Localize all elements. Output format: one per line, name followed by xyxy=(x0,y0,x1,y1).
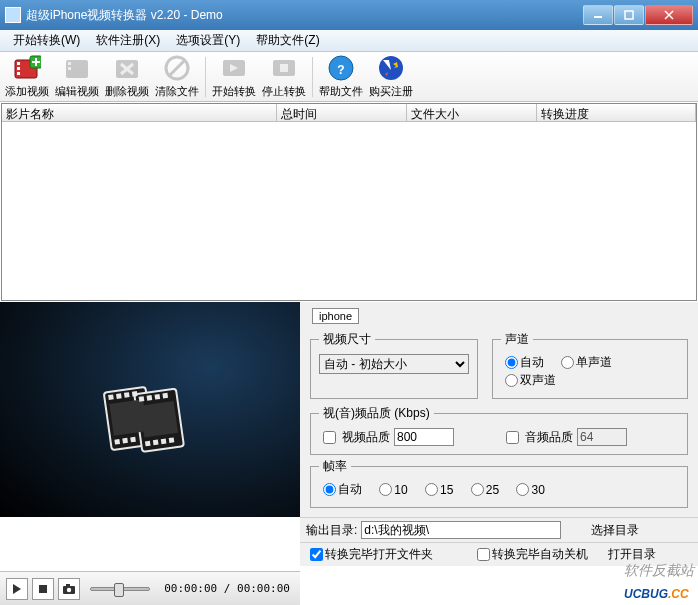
menu-start[interactable]: 开始转换(W) xyxy=(5,30,88,51)
help-icon: ? xyxy=(327,54,355,82)
file-list: 影片名称 总时间 文件大小 转换进度 xyxy=(1,103,697,301)
fps-auto-label: 自动 xyxy=(338,481,362,498)
col-progress[interactable]: 转换进度 xyxy=(537,104,696,121)
open-dir-label[interactable]: 打开目录 xyxy=(608,546,656,563)
channel-legend: 声道 xyxy=(501,331,533,348)
add-video-icon xyxy=(13,54,41,82)
channel-auto-label: 自动 xyxy=(520,354,544,371)
fps-15-radio[interactable] xyxy=(425,483,438,496)
timecode: 00:00:00 / 00:00:00 xyxy=(164,582,290,595)
menu-help[interactable]: 帮助文件(Z) xyxy=(248,30,327,51)
menubar: 开始转换(W) 软件注册(X) 选项设置(Y) 帮助文件(Z) xyxy=(0,30,698,52)
svg-rect-7 xyxy=(17,72,20,75)
output-label: 输出目录: xyxy=(306,522,357,539)
play-button[interactable] xyxy=(6,578,28,600)
open-folder-check[interactable] xyxy=(310,548,323,561)
add-video-button[interactable]: 添加视频 xyxy=(2,54,52,100)
svg-rect-45 xyxy=(153,440,159,446)
svg-rect-22 xyxy=(280,64,288,72)
toolbar-separator xyxy=(312,57,313,97)
edit-video-button[interactable]: 编辑视频 xyxy=(52,54,102,100)
svg-rect-5 xyxy=(17,62,20,65)
tab-iphone[interactable]: iphone xyxy=(312,308,359,324)
svg-rect-32 xyxy=(140,401,178,437)
browse-label[interactable]: 选择目录 xyxy=(591,522,639,539)
col-size[interactable]: 文件大小 xyxy=(407,104,537,121)
svg-rect-46 xyxy=(161,439,167,445)
fps-25-label: 25 xyxy=(486,483,499,497)
start-convert-label: 开始转换 xyxy=(212,84,256,99)
stop-convert-button[interactable]: 停止转换 xyxy=(259,54,309,100)
svg-rect-43 xyxy=(162,393,168,399)
svg-marker-48 xyxy=(13,584,21,594)
svg-rect-1 xyxy=(625,11,633,19)
channel-auto-radio[interactable] xyxy=(505,356,518,369)
svg-rect-42 xyxy=(155,394,161,400)
buy-button[interactable]: 购买注册 xyxy=(366,54,416,100)
video-quality-input[interactable] xyxy=(394,428,454,446)
start-convert-icon xyxy=(220,54,248,82)
slider-thumb[interactable] xyxy=(114,583,124,597)
add-video-label: 添加视频 xyxy=(5,84,49,99)
quality-group: 视(音)频品质 (Kbps) 视频品质 音频品质 xyxy=(310,405,688,455)
fps-auto-radio[interactable] xyxy=(323,483,336,496)
volume-slider[interactable] xyxy=(90,587,150,591)
minimize-button[interactable] xyxy=(583,5,613,25)
window-title: 超级iPhone视频转换器 v2.20 - Demo xyxy=(26,7,583,24)
audio-quality-check[interactable] xyxy=(506,431,519,444)
stop-button[interactable] xyxy=(32,578,54,600)
audio-quality-label: 音频品质 xyxy=(525,429,573,446)
maximize-button[interactable] xyxy=(614,5,644,25)
channel-mono-radio[interactable] xyxy=(561,356,574,369)
list-body[interactable] xyxy=(2,122,696,300)
watermark-main: UCBUG.CC xyxy=(624,574,694,605)
channel-group: 声道 自动 单声道 双声道 xyxy=(492,331,688,399)
clear-files-button[interactable]: 清除文件 xyxy=(152,54,202,100)
menu-register[interactable]: 软件注册(X) xyxy=(88,30,168,51)
fps-legend: 帧率 xyxy=(319,458,351,475)
channel-stereo-label: 双声道 xyxy=(520,372,556,389)
shutdown-check[interactable] xyxy=(477,548,490,561)
svg-point-25 xyxy=(379,56,403,80)
watermark: 软件反截站 UCBUG.CC xyxy=(624,562,694,605)
close-button[interactable] xyxy=(645,5,693,25)
svg-rect-38 xyxy=(122,438,128,444)
audio-quality-input xyxy=(577,428,627,446)
toolbar-separator xyxy=(205,57,206,97)
svg-rect-39 xyxy=(130,437,136,443)
video-size-select[interactable]: 自动 - 初始大小 xyxy=(319,354,469,374)
output-path-input[interactable] xyxy=(361,521,561,539)
svg-rect-33 xyxy=(108,395,114,401)
fps-25-radio[interactable] xyxy=(471,483,484,496)
delete-video-button[interactable]: 删除视频 xyxy=(102,54,152,100)
start-convert-button[interactable]: 开始转换 xyxy=(209,54,259,100)
clear-files-icon xyxy=(163,54,191,82)
svg-line-18 xyxy=(170,61,184,75)
snapshot-button[interactable] xyxy=(58,578,80,600)
preview-panel xyxy=(0,302,300,517)
shutdown-label: 转换完毕自动关机 xyxy=(492,546,588,563)
output-row: 输出目录: 选择目录 xyxy=(300,517,698,542)
help-button[interactable]: ? 帮助文件 xyxy=(316,54,366,100)
stop-convert-icon xyxy=(270,54,298,82)
col-duration[interactable]: 总时间 xyxy=(277,104,407,121)
channel-mono-label: 单声道 xyxy=(576,354,612,371)
fps-30-radio[interactable] xyxy=(516,483,529,496)
video-size-legend: 视频尺寸 xyxy=(319,331,375,348)
fps-10-label: 10 xyxy=(394,483,407,497)
clear-files-label: 清除文件 xyxy=(155,84,199,99)
menu-options[interactable]: 选项设置(Y) xyxy=(168,30,248,51)
video-size-group: 视频尺寸 自动 - 初始大小 xyxy=(310,331,478,399)
buy-label: 购买注册 xyxy=(369,84,413,99)
output-options-row: 转换完毕打开文件夹 转换完毕自动关机 打开目录 xyxy=(300,542,698,566)
svg-rect-40 xyxy=(139,396,145,402)
channel-stereo-radio[interactable] xyxy=(505,374,518,387)
svg-text:?: ? xyxy=(337,63,344,77)
col-name[interactable]: 影片名称 xyxy=(2,104,277,121)
video-quality-check[interactable] xyxy=(323,431,336,444)
fps-10-radio[interactable] xyxy=(379,483,392,496)
app-icon xyxy=(5,7,21,23)
buy-icon xyxy=(377,54,405,82)
svg-rect-12 xyxy=(68,62,71,65)
edit-video-label: 编辑视频 xyxy=(55,84,99,99)
